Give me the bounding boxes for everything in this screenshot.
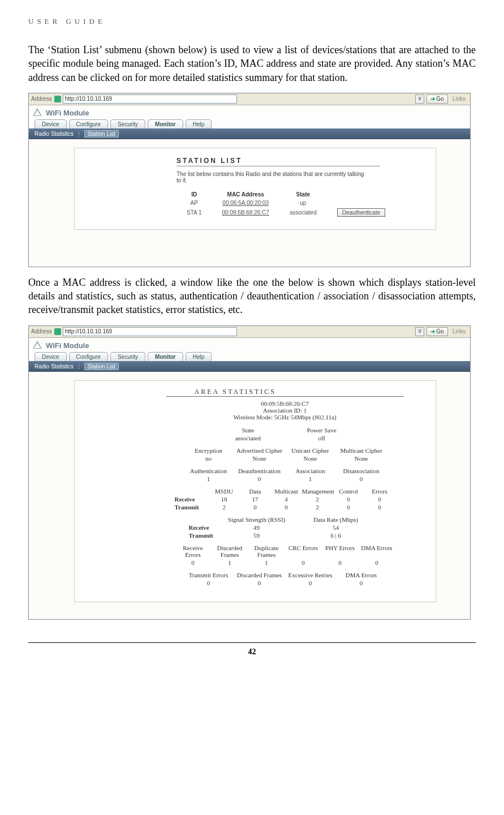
tab-device[interactable]: Device (35, 119, 67, 128)
dma-errors-label: DMA Errors (359, 544, 395, 559)
encryption-value: no (183, 454, 234, 462)
rx-msdu: 18 (209, 495, 240, 503)
rx-label-2: Receive (189, 524, 223, 531)
tab-configure-2[interactable]: Configure (69, 352, 108, 361)
tab-help-2[interactable]: Help (186, 352, 212, 361)
col-msdu: MSDU (209, 487, 240, 495)
address-label: Address (31, 96, 52, 102)
screenshot-station-list: Address http://10.10.10.169 v ➔Go Links … (28, 93, 471, 267)
col-mac: MAC Address (212, 190, 279, 199)
discarded-frames-2-val: 0 (234, 579, 285, 587)
tab-help[interactable]: Help (186, 119, 212, 128)
auth-label: Authentication (183, 467, 234, 475)
go-button[interactable]: ➔Go (427, 95, 447, 104)
col-control: Control (333, 487, 364, 495)
row1-id: AP (176, 199, 212, 207)
tab-monitor-2[interactable]: Monitor (148, 352, 183, 361)
deauth-label: Deauthentication (234, 467, 285, 475)
station-list-desc: The list below contains this Radio and t… (176, 171, 369, 183)
rssi-rx: 49 (223, 524, 291, 531)
disassoc-label: Disassociation (336, 467, 387, 475)
ie-icon-2 (54, 328, 61, 335)
rx-multi: 4 (271, 495, 302, 503)
deauth-value: 0 (234, 475, 285, 483)
adv-cipher-value: None (234, 454, 285, 462)
duplicate-frames-label: Duplicate Frames (248, 544, 285, 559)
row1-state: up (279, 199, 327, 207)
state-value: associated (212, 434, 285, 442)
station-list-title: STATION LIST (176, 157, 380, 166)
discarded-frames-label: Discarded Frames (212, 544, 248, 559)
dropdown-icon[interactable]: v (415, 95, 424, 104)
state-label: State (212, 426, 285, 434)
subnav-radio[interactable]: Radio Statistics (35, 131, 74, 137)
col-mgmt: Management (302, 487, 333, 495)
crc-errors-label: CRC Errors (285, 544, 322, 559)
tx-data: 0 (240, 503, 271, 511)
tabs: Device Configure Security Monitor Help (29, 119, 470, 128)
url-box[interactable]: http://10.10.10.169 (63, 95, 237, 104)
subnav-radio-2[interactable]: Radio Statistics (35, 363, 74, 370)
tx-label-2: Transmit (189, 531, 223, 539)
sub-nav-2: Radio Statistics | Station List (29, 361, 470, 372)
station-list-panel: STATION LIST The list below contains thi… (74, 148, 436, 230)
wifi-icon (32, 108, 42, 118)
tab-security-2[interactable]: Security (110, 352, 145, 361)
tab-security[interactable]: Security (110, 119, 145, 128)
col-state: State (279, 190, 327, 199)
dma-errors-2-label: DMA Errors (336, 571, 387, 579)
subnav-station-2[interactable]: Station List (84, 363, 119, 370)
col-multicast: Multicast (271, 487, 302, 495)
tx-multi: 0 (271, 503, 302, 511)
rx-err: 0 (364, 495, 395, 503)
go-button-2[interactable]: ➔Go (427, 327, 447, 336)
address-bar: Address http://10.10.10.169 v ➔Go Links (29, 93, 470, 105)
tab-configure[interactable]: Configure (69, 119, 108, 128)
row1-mac[interactable]: 00:06:5A:00:20:03 (212, 199, 279, 207)
module-title-2: WiFi Module (29, 338, 470, 352)
address-label-2: Address (31, 328, 52, 334)
rx-label: Receive (175, 495, 209, 503)
tx-ctrl: 0 (333, 503, 364, 511)
tab-monitor[interactable]: Monitor (148, 119, 183, 128)
excessive-retries-label: Excessive Retries (285, 571, 336, 579)
tabs-2: Device Configure Security Monitor Help (29, 352, 470, 361)
tx-label: Transmit (175, 503, 209, 511)
tx-err: 0 (364, 503, 395, 511)
area-stats-title: AREA STATISTICS (166, 388, 404, 397)
deauth-button[interactable]: Deauthenticate (337, 208, 385, 217)
dma-errors-val: 0 (359, 559, 395, 567)
tab-device-2[interactable]: Device (35, 352, 67, 361)
mul-cipher-value: None (336, 454, 387, 462)
rssi-tx: 59 (223, 531, 291, 539)
page-header: USER GUIDE (28, 17, 476, 26)
dropdown-icon-2[interactable]: v (415, 327, 424, 336)
address-bar-2: Address http://10.10.10.169 v ➔Go Links (29, 326, 470, 338)
excessive-retries-val: 0 (285, 579, 336, 587)
area-stats-panel: AREA STATISTICS 00:09:5B:68:26:C7 Associ… (74, 380, 436, 602)
encryption-label: Encryption (183, 447, 234, 454)
rx-errors-val: 0 (175, 559, 212, 567)
links-label[interactable]: Links (450, 96, 468, 102)
datarate-tx: 6 | 6 (291, 531, 381, 539)
links-label-2[interactable]: Links (450, 328, 468, 334)
tx-errors-label: Transmit Errors (183, 571, 234, 579)
rx-mgmt: 2 (302, 495, 333, 503)
datarate-rx: 54 (291, 524, 381, 531)
subnav-station[interactable]: Station List (84, 130, 119, 138)
duplicate-frames-val: 1 (248, 559, 285, 567)
paragraph-2: Once a MAC address is clicked, a window … (28, 276, 476, 317)
row2-mac[interactable]: 00:09:5B:68:26:C7 (212, 207, 279, 218)
paragraph-1: The ‘Station List’ submenu (shown below)… (28, 43, 476, 84)
stats-mac: 00:09:5B:68:26:C7 (148, 400, 421, 407)
discarded-frames-val: 1 (212, 559, 248, 567)
module-title: WiFi Module (29, 105, 470, 119)
mul-cipher-label: Multicast Cipher (336, 447, 387, 454)
page-number: 42 (28, 647, 476, 657)
power-save-label: Power Save (285, 426, 359, 434)
footer-rule (28, 642, 476, 643)
url-box-2[interactable]: http://10.10.10.169 (63, 327, 237, 336)
crc-errors-val: 0 (285, 559, 322, 567)
assoc-label: Association (285, 467, 336, 475)
assoc-value: 1 (285, 475, 336, 483)
